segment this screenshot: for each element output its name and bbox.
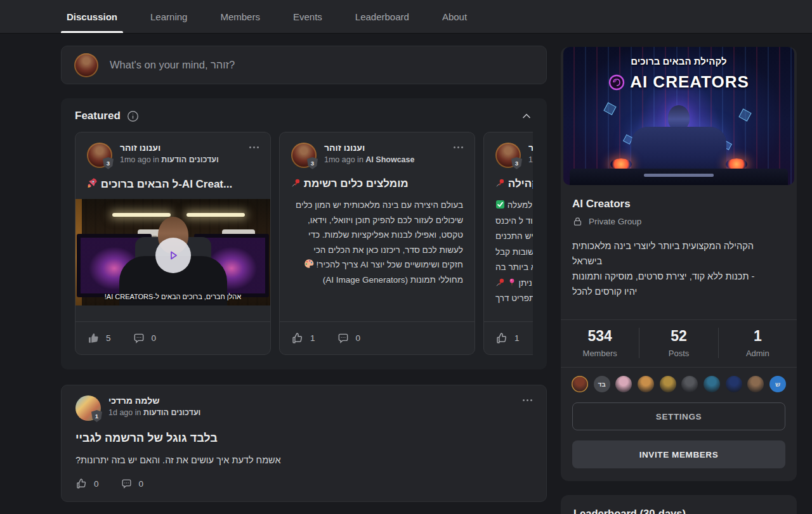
invite-members-button[interactable]: INVITE MEMBERS	[572, 440, 785, 468]
post-meta: 1d ago in הודעות ועדכונים	[108, 408, 200, 417]
member-avatar[interactable]	[747, 376, 764, 392]
post-body: בעולם היצירה עם בינה מלאכותית יש המון כל…	[280, 198, 475, 287]
more-options-icon[interactable]	[523, 395, 532, 401]
level-badge: 3	[307, 157, 318, 169]
group-banner: ברוכים הבאים לקהילת AI CREATORS	[563, 47, 794, 185]
like-count: 0	[94, 479, 99, 489]
post-title[interactable]: לגביי הרשמה של גוגל בלבד	[75, 432, 532, 445]
comment-count: 0	[356, 333, 361, 343]
post-meta: 1mo ago in הודעות ועדכונים	[120, 155, 219, 164]
like-count: 5	[106, 333, 111, 343]
chevron-up-icon[interactable]	[520, 110, 533, 122]
author-name[interactable]: זוהר וענונו	[528, 143, 533, 153]
tab-discussion[interactable]: Discussion	[61, 0, 123, 33]
post-title[interactable]: קהילה	[484, 177, 533, 190]
video-thumbnail[interactable]: אהלן חברים, ברוכים הבאים ל-AI CREATORS!	[75, 199, 270, 305]
space-name: הודעות ועדכונים	[143, 408, 200, 417]
like-icon[interactable]	[87, 332, 100, 345]
post-meta: 1mo	[528, 155, 533, 164]
member-avatars-row: בדש	[561, 368, 797, 392]
main-column: What's on your mind, זוהר? Featured	[61, 46, 547, 502]
author-avatar[interactable]: 3	[87, 143, 112, 168]
member-avatar[interactable]	[615, 376, 632, 392]
group-description: הקהילה המקצועית ביותר ליוצרי בינה מלאכות…	[572, 238, 785, 299]
stat-members[interactable]: 534 Members	[561, 328, 639, 358]
feed-post[interactable]: 1 מרדכי שלמה 1d ago in הודעות ועדכונים ל…	[61, 385, 547, 502]
level-badge: 3	[103, 157, 114, 169]
privacy-label: Private Group	[589, 217, 641, 226]
featured-card-welcome[interactable]: 3 זוהר וענונו 1mo ago in הודעות ועדכונים…	[75, 132, 271, 355]
featured-title: Featured	[75, 110, 121, 122]
like-icon[interactable]	[75, 478, 88, 490]
leaderboard-title: Leaderboard (30-days)	[573, 508, 784, 514]
more-options-icon[interactable]	[249, 143, 259, 148]
post-composer[interactable]: What's on your mind, זוהר?	[61, 46, 547, 84]
video-caption: אהלן חברים, ברוכים הבאים ל-AI CREATORS!	[75, 293, 270, 300]
tab-learning[interactable]: Learning	[145, 0, 193, 33]
post-body: למעלה ? היכנס ל עמוד התכנים שיש קבל תשוב…	[484, 198, 533, 307]
member-avatar[interactable]	[704, 376, 720, 392]
tab-members[interactable]: Members	[214, 0, 266, 33]
member-avatar[interactable]	[681, 376, 698, 392]
author-name[interactable]: מרדכי שלמה	[108, 395, 200, 406]
lock-icon	[572, 216, 583, 227]
author-avatar[interactable]: 1	[75, 395, 101, 421]
like-icon[interactable]	[495, 332, 508, 345]
like-icon[interactable]	[291, 332, 304, 345]
member-avatar[interactable]	[572, 376, 588, 392]
space-name: AI Showcase	[365, 155, 414, 164]
leaderboard-card: Leaderboard (30-days)	[561, 495, 797, 514]
post-body: אשמח לדעת איך עושים את זה. והאם יש בזה י…	[75, 455, 532, 465]
current-user-avatar	[74, 53, 98, 77]
banner-group-title: AI CREATORS	[630, 72, 749, 92]
info-icon[interactable]	[127, 110, 139, 122]
member-avatar[interactable]	[638, 376, 654, 392]
comment-icon[interactable]	[121, 478, 133, 490]
author-avatar[interactable]: 3	[495, 143, 521, 168]
composer-placeholder[interactable]: What's on your mind, זוהר?	[110, 59, 235, 71]
author-name[interactable]: זוהר וענונו	[120, 143, 219, 153]
author-avatar[interactable]: 3	[291, 143, 317, 168]
tab-events[interactable]: Events	[287, 0, 328, 33]
comment-icon[interactable]	[133, 332, 145, 345]
tab-about[interactable]: About	[436, 0, 473, 33]
group-name: AI Creators	[572, 198, 785, 210]
author-name[interactable]: זוהר וענונו	[324, 143, 414, 153]
member-avatar-initials[interactable]: בד	[594, 376, 610, 392]
level-badge: 3	[511, 157, 522, 169]
stat-posts[interactable]: 52 Posts	[639, 328, 717, 358]
group-stats: 534 Members 52 Posts 1 Admin	[561, 320, 797, 367]
like-count: 1	[514, 333, 520, 343]
featured-cards-row: 3 זוהר וענונו 1mo ago in הודעות ועדכונים…	[75, 132, 533, 355]
comment-icon[interactable]	[337, 332, 350, 345]
featured-card-tools[interactable]: 3 זוהר וענונו 1mo ago in AI Showcase רשי…	[279, 132, 475, 355]
banner-welcome-text: ברוכים הבאים לקהילת	[563, 56, 794, 67]
level-badge: 1	[91, 410, 102, 422]
stat-admin[interactable]: 1 Admin	[718, 328, 797, 358]
nav-tabs: Discussion Learning Members Events Leade…	[61, 0, 473, 33]
group-sidebar: ברוכים הבאים לקהילת AI CREATORS AI Creat…	[561, 44, 797, 514]
featured-section: Featured 3 זוהר וענונו	[61, 98, 547, 369]
post-meta: 1mo ago in AI Showcase	[324, 155, 414, 164]
comment-count: 0	[152, 333, 157, 343]
settings-button[interactable]: SETTINGS	[572, 402, 785, 430]
member-avatar[interactable]	[726, 376, 742, 392]
brain-logo-icon	[608, 74, 625, 91]
member-avatar-initials[interactable]: ש	[769, 376, 786, 392]
post-title[interactable]: רשימת כלים מומלצים	[280, 177, 475, 190]
space-name: הודעות ועדכונים	[161, 155, 218, 164]
tab-leaderboard[interactable]: Leaderboard	[350, 0, 415, 33]
comment-count: 0	[139, 479, 144, 489]
post-title[interactable]: ברוכים הבאים ל-AI Creat...	[75, 177, 270, 191]
top-nav: Discussion Learning Members Events Leade…	[0, 0, 812, 33]
play-button-icon[interactable]	[155, 238, 191, 273]
group-info-card: ברוכים הבאים לקהילת AI CREATORS AI Creat…	[561, 47, 797, 481]
member-avatar[interactable]	[660, 376, 676, 392]
more-options-icon[interactable]	[454, 143, 463, 148]
featured-card-community[interactable]: 3 זוהר וענונו 1mo קהילה למעלה ? היכנס ל …	[483, 132, 533, 355]
like-count: 1	[310, 333, 315, 343]
